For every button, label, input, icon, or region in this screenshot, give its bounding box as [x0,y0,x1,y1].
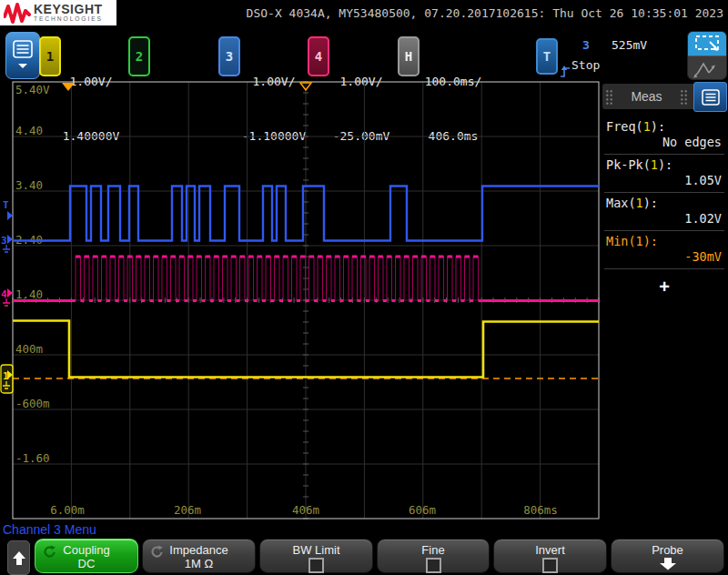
main-menu-button[interactable] [5,32,40,79]
channel-1-ground-marker[interactable]: 1 [1,365,13,393]
channel-4-ground-marker[interactable]: 4 [1,288,13,306]
ch4-trace [13,257,599,301]
measurement-value: No edges [606,135,723,150]
control-bar: 1 1.00V/ 1.40000V 2 3 1.00V/ -1.10000V 4… [0,27,728,82]
softkey-bw-limit[interactable]: BW Limit [259,539,373,573]
back-up-button[interactable] [7,540,30,575]
v-axis-label: 5.40V [15,83,50,96]
channel-2-button[interactable]: 2 [128,36,150,76]
horizontal-readout: 100.0ms/ 406.0ms [415,36,491,182]
menu-title: Channel 3 Menu [3,522,96,537]
keysight-spark-icon [4,2,31,25]
checkbox-unchecked[interactable] [542,558,558,573]
v-axis-label: 1.40 [15,288,43,301]
channel-4-readout: 1.00V/ -25.00mV [326,36,397,182]
system-status-line: DSO-X 4034A, MY53480500, 07.20.201710261… [247,6,723,20]
zoom-select-mode-button[interactable] [688,32,726,55]
channel-3-readout: 1.00V/ -1.10000V [238,36,309,182]
horizontal-delay: 406.0ms [415,127,491,146]
measurement-label: Pk-Pk(1): [606,157,723,173]
measurement-value: 1.02V [606,211,723,227]
keysight-logo: KEYSIGHT TECHNOLOGIES [0,0,116,25]
v-axis-label: 4.40 [15,124,43,137]
horizontal-label: H [405,49,412,64]
pan-mode-button[interactable] [688,55,726,80]
channel-3-scale: 1.00V/ [238,73,309,91]
ch3-trace [13,187,599,241]
softkey-label: Probe [617,543,718,557]
hamburger-menu-icon [12,40,34,71]
acquisition-status: Stop [571,58,600,72]
measurement-value: 1.05V [606,173,723,188]
channel-2-number: 2 [136,49,143,64]
channel-1-offset: 1.40000V [58,127,124,146]
measurement-label: Max(1): [606,196,723,211]
softkey-menu-bar: Channel 3 Menu Coupling DC Impedance 1M … [0,520,728,575]
ch1-trace [13,321,599,378]
channel-4-number: 4 [315,49,322,64]
drag-grip-icon[interactable] [680,89,688,105]
checkbox-unchecked[interactable] [426,558,441,573]
measurement-menu-button[interactable] [693,82,727,112]
measurement-item-max[interactable]: Max(1): 1.02V [604,193,724,231]
cycle-icon [150,545,164,559]
trigger-label: T [543,49,551,64]
measurement-item-min[interactable]: Min(1): -30mV [604,231,724,269]
waveform-pan-icon [688,56,726,80]
svg-text:1: 1 [3,370,9,382]
checkbox-unchecked[interactable] [308,558,324,573]
v-axis-label: 2.40 [15,233,43,247]
t-axis-label: 6.00m [50,503,85,517]
softkey-value: 1M Ω [148,557,249,571]
up-arrow-icon [12,550,26,566]
channel-3-ground-marker[interactable]: 3 [1,235,13,252]
add-measurement-button[interactable]: + [604,277,724,298]
rising-edge-icon [559,65,571,79]
channel-3-number: 3 [226,49,233,64]
trigger-source: 3 [582,38,590,52]
logo-subtitle: TECHNOLOGIES [34,15,103,23]
trigger-level: 525mV [612,38,647,52]
hamburger-menu-icon [702,89,720,106]
measurement-value: -30mV [606,249,723,265]
drag-grip-icon[interactable] [605,89,613,105]
measurement-label: Freq(1): [606,119,723,135]
svg-text:3: 3 [1,235,7,247]
down-arrow-icon [657,558,679,570]
touch-mode-buttons [687,31,727,80]
softkey-label: BW Limit [266,543,367,557]
softkey-label: Fine [383,543,483,557]
measurement-item-freq[interactable]: Freq(1): No edges [604,116,724,155]
cycle-icon [43,545,56,559]
channel-4-scale: 1.00V/ [326,73,397,91]
t-axis-label: 606m [409,503,436,517]
oscilloscope-screen: KEYSIGHT TECHNOLOGIES DSO-X 4034A, MY534… [0,0,728,575]
measurement-list: Freq(1): No edges Pk-Pk(1): 1.05V Max(1)… [604,116,724,298]
v-axis-label: 3.40 [15,178,43,192]
channel-1-number: 1 [46,49,54,64]
t-axis-label: 206m [174,503,201,517]
channel-4-offset: -25.00mV [326,127,397,146]
softkey-fine[interactable]: Fine [377,539,490,573]
measurement-item-pkpk[interactable]: Pk-Pk(1): 1.05V [604,155,724,193]
ch4-trace-edges [76,257,479,301]
measurement-panel: Meas Freq(1): No edges Pk-Pk(1): 1.05V M… [601,82,728,520]
softkey-probe[interactable]: Probe [611,539,724,573]
v-axis-label: -600m [15,397,50,410]
svg-text:4: 4 [1,288,7,300]
softkey-impedance[interactable]: Impedance 1M Ω [142,539,256,573]
softkey-coupling[interactable]: Coupling DC [35,539,138,573]
v-axis-label: 400m [15,342,43,356]
softkey-invert[interactable]: Invert [493,539,607,573]
svg-text:T: T [3,199,9,211]
title-bar: KEYSIGHT TECHNOLOGIES DSO-X 4034A, MY534… [0,0,728,27]
logo-text: KEYSIGHT TECHNOLOGIES [34,4,103,23]
horizontal-scale: 100.0ms/ [415,73,491,91]
channel-3-button[interactable]: 3 [218,36,240,76]
measurement-panel-title: Meas [616,89,677,104]
channel-1-scale: 1.00V/ [58,73,124,91]
channel-3-offset: -1.10000V [238,127,309,146]
trigger-button[interactable]: T [536,38,558,75]
measurement-label: Min(1): [606,234,723,249]
trigger-level-marker[interactable]: T [3,199,13,220]
